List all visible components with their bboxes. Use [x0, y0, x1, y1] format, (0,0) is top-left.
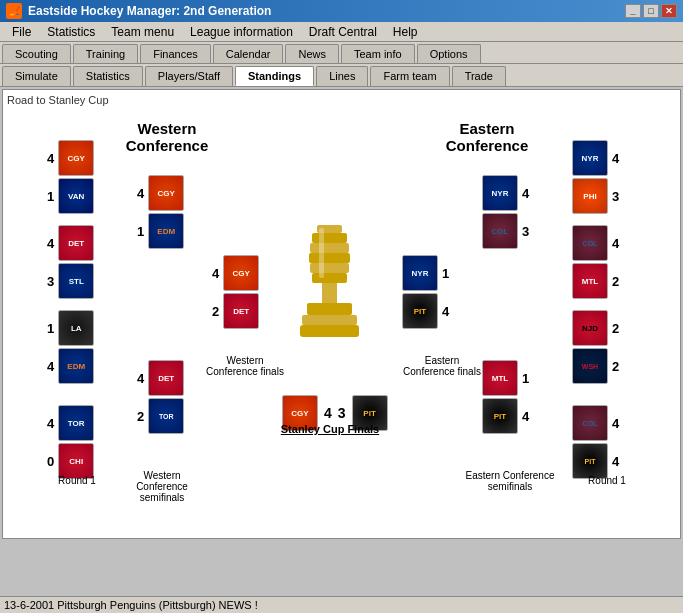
e-r1-m4-s1: 4 — [612, 416, 619, 431]
e-r2-m2-s1: 1 — [522, 371, 529, 386]
tab-calendar[interactable]: Calendar — [213, 44, 284, 63]
tab-players-staff[interactable]: Players/Staff — [145, 66, 233, 86]
main-content: Road to Stanley Cup WesternConference Ea… — [2, 89, 681, 539]
tab-trade[interactable]: Trade — [452, 66, 506, 86]
tab-simulate[interactable]: Simulate — [2, 66, 71, 86]
w-r3-match: 4 CGY 2 DET — [212, 255, 259, 329]
pens-logo-r1a: PIT — [572, 443, 608, 479]
finals-score-east: 3 — [338, 405, 346, 421]
tab-row-2: Simulate Statistics Players/Staff Standi… — [0, 64, 683, 87]
e-r1-m2-s2: 2 — [612, 274, 619, 289]
w-r1-m1-s2: 1 — [47, 189, 54, 204]
leafs-logo-r2: TOR — [148, 398, 184, 434]
title-text: Eastside Hockey Manager: 2nd Generation — [28, 4, 625, 18]
menu-draft[interactable]: Draft Central — [301, 23, 385, 41]
penguins-logo-r3: PIT — [402, 293, 438, 329]
w-r1-match1: 4 CGY 1 VAN — [47, 140, 94, 214]
cup-image — [292, 220, 367, 345]
w-r1-match2: 4 DET 3 STL — [47, 225, 94, 299]
e-r1-m3-s2: 2 — [612, 359, 619, 374]
flames-logo-r2: CGY — [148, 175, 184, 211]
hawks-logo-r1: CHI — [58, 443, 94, 479]
e-r1-m1-s1: 4 — [612, 151, 619, 166]
w-r1-m3-s2: 4 — [47, 359, 54, 374]
e-r1-m2-s1: 4 — [612, 236, 619, 251]
west-round1-label: Round 1 — [37, 475, 117, 486]
svg-rect-5 — [312, 273, 347, 283]
e-r2-match2: MTL 1 PIT 4 — [482, 360, 529, 434]
e-r3-s2: 4 — [442, 304, 449, 319]
tab-options[interactable]: Options — [417, 44, 481, 63]
e-r2-m1-s2: 3 — [522, 224, 529, 239]
w-r1-m4-s1: 4 — [47, 416, 54, 431]
statusbar: 13-6-2001 Pittsburgh Penguins (Pittsburg… — [0, 596, 683, 613]
svg-rect-3 — [309, 253, 350, 263]
tab-scouting[interactable]: Scouting — [2, 44, 71, 63]
eastern-conf-title: EasternConference — [427, 120, 547, 154]
e-r2-match1: NYR 4 COL 3 — [482, 175, 529, 249]
tab-training[interactable]: Training — [73, 44, 138, 63]
w-r1-m2-s1: 4 — [47, 236, 54, 251]
cup-trophy-area — [292, 220, 367, 345]
status-text: 13-6-2001 Pittsburgh Penguins (Pittsburg… — [4, 599, 258, 611]
close-button[interactable]: ✕ — [661, 4, 677, 18]
oilers-logo-r1: EDM — [58, 348, 94, 384]
e-r3-s1: 1 — [442, 266, 449, 281]
tab-finances[interactable]: Finances — [140, 44, 211, 63]
rangers-logo-r2a: NYR — [482, 175, 518, 211]
east-round1-label: Round 1 — [567, 475, 647, 486]
avs-logo-r1b: COL — [572, 405, 608, 441]
oilers-logo-r2: EDM — [148, 213, 184, 249]
w-r2-m2-s1: 4 — [137, 371, 144, 386]
minimize-button[interactable]: _ — [625, 4, 641, 18]
w-r1-m2-s2: 3 — [47, 274, 54, 289]
e-r1-match4: COL 4 PIT 4 — [572, 405, 619, 479]
tab-teaminfo[interactable]: Team info — [341, 44, 415, 63]
rangers-logo-r1a: NYR — [572, 140, 608, 176]
menu-team[interactable]: Team menu — [103, 23, 182, 41]
e-r1-m1-s2: 3 — [612, 189, 619, 204]
w-r1-match3: 1 LA 4 EDM — [47, 310, 94, 384]
titlebar: 🏒 Eastside Hockey Manager: 2nd Generatio… — [0, 0, 683, 22]
menu-statistics[interactable]: Statistics — [39, 23, 103, 41]
west-semi-label: Western Conferencesemifinals — [117, 470, 207, 503]
tab-news[interactable]: News — [285, 44, 339, 63]
west-finals-label: WesternConference finals — [195, 355, 295, 377]
e-r1-m4-s2: 4 — [612, 454, 619, 469]
western-conf-title: WesternConference — [107, 120, 227, 154]
stanley-cup-finals-label: Stanley Cup Finals — [265, 423, 395, 435]
caps-logo-r1: WSH — [572, 348, 608, 384]
menu-help[interactable]: Help — [385, 23, 426, 41]
penguins-logo-r2: PIT — [482, 398, 518, 434]
svg-rect-10 — [319, 228, 324, 278]
rangers-logo-r3: NYR — [402, 255, 438, 291]
e-r2-m1-s1: 4 — [522, 186, 529, 201]
tab-farmteam[interactable]: Farm team — [370, 66, 449, 86]
flames-logo-r1: CGY — [58, 140, 94, 176]
e-r2-m2-s2: 4 — [522, 409, 529, 424]
east-finals-label: EasternConference finals — [392, 355, 492, 377]
tab-lines[interactable]: Lines — [316, 66, 368, 86]
menu-league[interactable]: League information — [182, 23, 301, 41]
menu-file[interactable]: File — [4, 23, 39, 41]
w-r1-m3-s1: 1 — [47, 321, 54, 336]
svg-rect-2 — [310, 243, 349, 253]
w-r2-match2: 4 DET 2 TOR — [137, 360, 184, 434]
flyers-logo-r1: PHI — [572, 178, 608, 214]
window-controls: _ □ ✕ — [625, 4, 677, 18]
w-r1-m4-s2: 0 — [47, 454, 54, 469]
devils-logo-r1: NJD — [572, 310, 608, 346]
finals-score-west: 4 — [324, 405, 332, 421]
svg-rect-6 — [322, 283, 337, 303]
e-r1-match1: NYR 4 PHI 3 — [572, 140, 619, 214]
maximize-button[interactable]: □ — [643, 4, 659, 18]
tab-statistics[interactable]: Statistics — [73, 66, 143, 86]
svg-rect-7 — [307, 303, 352, 315]
svg-rect-8 — [302, 315, 357, 325]
w-r2-match1: 4 CGY 1 EDM — [137, 175, 184, 249]
kings-logo-r1: LA — [58, 310, 94, 346]
tab-standings[interactable]: Standings — [235, 66, 314, 86]
e-r1-match3: NJD 2 WSH 2 — [572, 310, 619, 384]
flames-logo-r3: CGY — [223, 255, 259, 291]
svg-rect-9 — [300, 325, 359, 337]
